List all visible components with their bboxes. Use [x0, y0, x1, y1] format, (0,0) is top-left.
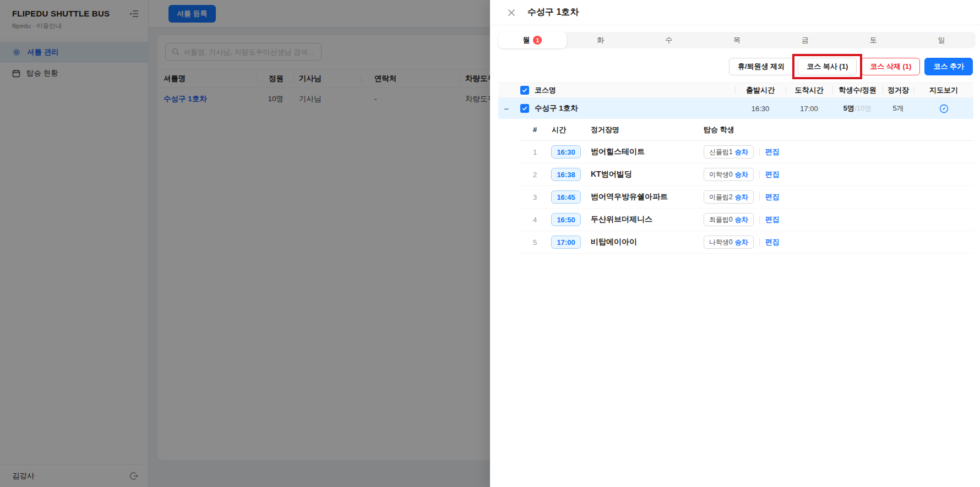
stop-no: 4	[520, 216, 542, 224]
stop-time-chip: 16:50	[551, 213, 581, 226]
edit-link[interactable]: 편집	[765, 192, 780, 202]
student-name: 나학생0	[709, 238, 733, 247]
tab-label: 일	[938, 35, 945, 45]
weekday-tabs: 월 1 화 수 목 금 토 일	[498, 32, 976, 48]
stops-table: # 시간 정거장명 탑승 학생 1 16:30 범어힐스테이트 신플립1 승차	[520, 119, 973, 254]
stop-time-chip: 16:45	[551, 190, 581, 204]
student-name: 이플립2	[709, 193, 733, 202]
stop-row: 4 16:50 두산위브더제니스 최플립0 승차 편집	[520, 209, 973, 231]
col-arrive-time: 도착시간	[786, 83, 832, 97]
divider	[759, 171, 760, 178]
course-arrive: 17:00	[786, 105, 832, 113]
stop-no: 1	[520, 148, 542, 156]
board-label: 승차	[735, 238, 748, 247]
edit-link[interactable]: 편집	[765, 147, 780, 157]
stop-row: 2 16:38 KT범어빌딩 이학생0 승차 편집	[520, 163, 973, 186]
stop-name: 두산위브더제니스	[591, 215, 704, 225]
tab-wednesday[interactable]: 수	[635, 32, 703, 48]
student-name: 최플립0	[709, 215, 733, 225]
student-name: 이학생0	[709, 170, 733, 179]
student-board-pill[interactable]: 이학생0 승차	[704, 168, 754, 181]
tab-tuesday[interactable]: 화	[567, 32, 635, 48]
close-icon[interactable]	[507, 8, 516, 18]
course-actions: 휴/퇴원생 제외 코스 복사 (1) 코스 삭제 (1) 코스 추가	[490, 57, 980, 76]
course-row: − 수성구 1호차 16:30 17:00 5명 / 10명 5개	[498, 98, 973, 119]
map-view-icon[interactable]	[939, 104, 949, 113]
drawer-title: 수성구 1호차	[527, 7, 579, 18]
student-board-pill[interactable]: 이플립2 승차	[704, 190, 754, 204]
course-drawer: 수성구 1호차 월 1 화 수 목 금 토 일 휴/퇴원생 제외 코스 복사 (…	[490, 0, 980, 487]
tab-thursday[interactable]: 목	[703, 32, 771, 48]
course-name: 수성구 1호차	[535, 104, 578, 112]
tab-sunday[interactable]: 일	[907, 32, 976, 48]
tab-label: 목	[733, 35, 741, 45]
stop-time-chip: 16:38	[551, 168, 581, 181]
stop-no: 3	[520, 193, 542, 201]
board-label: 승차	[735, 170, 748, 179]
stop-name: 비탑에이아이	[591, 237, 704, 247]
stop-row: 3 16:45 범어역우방유쉘아파트 이플립2 승차 편집	[520, 186, 973, 209]
board-label: 승차	[735, 147, 748, 157]
stop-no: 5	[520, 238, 542, 247]
col-students: 학생수/정원	[832, 83, 883, 97]
copy-course-button[interactable]: 코스 복사 (1)	[798, 58, 857, 75]
delete-course-button[interactable]: 코스 삭제 (1)	[861, 58, 920, 75]
course-stops-count: 5개	[883, 103, 914, 113]
exclude-withdrawn-button[interactable]: 휴/퇴원생 제외	[729, 58, 793, 75]
tab-saturday[interactable]: 토	[839, 32, 907, 48]
stops-table-header: # 시간 정거장명 탑승 학생	[520, 119, 973, 141]
edit-link[interactable]: 편집	[765, 237, 780, 247]
stop-row: 5 17:00 비탑에이아이 나학생0 승차 편집	[520, 231, 973, 254]
tab-label: 금	[802, 35, 809, 45]
stop-time-chip: 16:30	[551, 145, 581, 158]
stop-name: 범어역우방유쉘아파트	[591, 192, 704, 202]
col-stop-no: #	[520, 125, 542, 134]
tab-label: 수	[665, 35, 672, 45]
select-all-checkbox[interactable]	[520, 86, 529, 95]
tab-label: 월	[522, 35, 530, 45]
edit-link[interactable]: 편집	[765, 169, 780, 179]
col-stop-name: 정거장명	[591, 125, 704, 135]
tab-friday[interactable]: 금	[771, 32, 839, 48]
stop-name: KT범어빌딩	[591, 169, 704, 179]
tab-monday[interactable]: 월 1	[498, 32, 567, 48]
divider	[759, 216, 760, 223]
app-root: FLIPEDU SHUTTLE BUS flipedu · 이용안내 셔틀 관리	[0, 0, 980, 487]
col-map: 지도보기	[914, 83, 973, 97]
collapse-row-icon[interactable]: −	[502, 103, 511, 113]
stop-time-chip: 17:00	[551, 236, 581, 249]
drawer-header: 수성구 1호차	[490, 0, 980, 25]
tab-label: 화	[597, 35, 604, 45]
course-table-header: 코스명 출발시간 도착시간 학생수/정원 정거장 지도보기	[498, 83, 973, 98]
add-course-button[interactable]: 코스 추가	[924, 58, 973, 75]
col-stops: 정거장	[883, 83, 914, 97]
stop-no: 2	[520, 171, 542, 179]
col-course-name: 코스명	[535, 85, 735, 95]
col-boarding-students: 탑승 학생	[704, 125, 973, 135]
students-capacity: 10명	[857, 103, 872, 113]
divider	[759, 148, 760, 156]
stop-name: 범어힐스테이트	[591, 147, 704, 157]
student-board-pill[interactable]: 신플립1 승차	[704, 145, 754, 158]
course-checkbox[interactable]	[520, 104, 529, 113]
student-board-pill[interactable]: 최플립0 승차	[704, 213, 754, 226]
board-label: 승차	[735, 193, 748, 202]
divider	[759, 193, 760, 201]
divider	[759, 238, 760, 246]
students-current: 5명	[843, 103, 854, 113]
course-depart: 16:30	[735, 105, 786, 113]
tab-label: 토	[870, 35, 877, 45]
col-stop-time: 시간	[542, 125, 591, 135]
board-label: 승차	[735, 215, 748, 225]
edit-link[interactable]: 편집	[765, 215, 780, 225]
col-depart-time: 출발시간	[735, 83, 786, 97]
student-board-pill[interactable]: 나학생0 승차	[704, 236, 754, 249]
copy-course-wrap: 코스 복사 (1)	[798, 58, 857, 75]
course-students: 5명 / 10명	[832, 103, 883, 113]
course-table: 코스명 출발시간 도착시간 학생수/정원 정거장 지도보기 − 수성구 1호차 …	[498, 83, 973, 254]
student-name: 신플립1	[709, 147, 733, 157]
stop-row: 1 16:30 범어힐스테이트 신플립1 승차 편집	[520, 141, 973, 163]
tab-count-badge: 1	[533, 36, 542, 45]
